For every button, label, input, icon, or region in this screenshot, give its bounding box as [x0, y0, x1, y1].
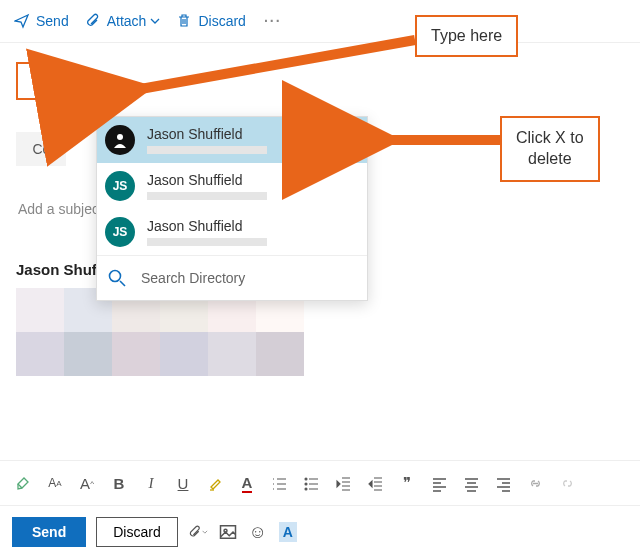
- align-center-button[interactable]: [456, 468, 486, 498]
- bullet-list-button[interactable]: [296, 468, 326, 498]
- annotation-type-here: Type here: [415, 15, 518, 57]
- chevron-down-icon: [150, 13, 160, 29]
- suggestion-sub: [147, 146, 267, 154]
- suggestion-item[interactable]: JS Jason Shuffield: [97, 163, 367, 209]
- font-size-small-button[interactable]: AA: [40, 468, 70, 498]
- discard-label: Discard: [198, 13, 245, 29]
- delete-suggestion-button[interactable]: [335, 128, 359, 152]
- avatar: JS: [105, 171, 135, 201]
- font-color-button[interactable]: A: [232, 468, 262, 498]
- discard-button[interactable]: Discard: [96, 517, 177, 547]
- avatar: [105, 125, 135, 155]
- svg-point-3: [305, 483, 307, 485]
- suggestion-sub: [147, 192, 267, 200]
- search-directory-label: Search Directory: [141, 270, 245, 286]
- suggestion-name: Jason Shuffield: [147, 126, 335, 142]
- avatar: JS: [105, 217, 135, 247]
- attach-icon-bottom[interactable]: [188, 522, 208, 542]
- svg-point-4: [305, 488, 307, 490]
- italic-button[interactable]: I: [136, 468, 166, 498]
- send-button[interactable]: Send: [12, 517, 86, 547]
- cc-button[interactable]: Cc: [16, 132, 66, 166]
- search-icon: [107, 268, 127, 288]
- suggestion-name: Jason Shuffield: [147, 172, 359, 188]
- send-label: Send: [36, 13, 69, 29]
- attach-label: Attach: [107, 13, 147, 29]
- suggestion-item[interactable]: Jason Shuffield: [97, 117, 367, 163]
- redacted-content: [16, 288, 306, 376]
- highlight-button[interactable]: [200, 468, 230, 498]
- svg-line-7: [135, 40, 415, 90]
- paint-format-button[interactable]: [8, 468, 38, 498]
- to-button[interactable]: To: [16, 62, 70, 100]
- more-button[interactable]: ···: [254, 13, 292, 29]
- svg-point-1: [110, 271, 121, 282]
- autocomplete-dropdown: Jason Shuffield JS Jason Shuffield JS Ja…: [96, 116, 368, 301]
- quote-button[interactable]: ❞: [392, 468, 422, 498]
- bottom-toolbar: Send Discard ☺ A: [0, 508, 640, 556]
- send-button-top[interactable]: Send: [6, 6, 77, 36]
- font-size-large-button[interactable]: A^: [72, 468, 102, 498]
- paperclip-icon: [85, 13, 101, 29]
- text-highlight-icon[interactable]: A: [278, 522, 298, 542]
- emoji-icon[interactable]: ☺: [248, 522, 268, 542]
- align-left-button[interactable]: [424, 468, 454, 498]
- search-directory-item[interactable]: Search Directory: [97, 255, 367, 300]
- link-button[interactable]: [520, 468, 550, 498]
- svg-point-2: [305, 478, 307, 480]
- align-right-button[interactable]: [488, 468, 518, 498]
- image-icon[interactable]: [218, 522, 238, 542]
- underline-button[interactable]: U: [168, 468, 198, 498]
- suggestion-sub: [147, 238, 267, 246]
- suggestion-name: Jason Shuffield: [147, 218, 359, 234]
- arrow-click-delete: [370, 128, 510, 161]
- bold-button[interactable]: B: [104, 468, 134, 498]
- annotation-click-delete: Click X to delete: [500, 116, 600, 182]
- unlink-button[interactable]: [552, 468, 582, 498]
- send-icon: [14, 13, 30, 29]
- suggestion-item[interactable]: JS Jason Shuffield: [97, 209, 367, 255]
- trash-icon: [176, 13, 192, 29]
- indent-button[interactable]: [360, 468, 390, 498]
- numbered-list-button[interactable]: [264, 468, 294, 498]
- format-toolbar: AA A^ B I U A ❞: [0, 460, 640, 506]
- outdent-button[interactable]: [328, 468, 358, 498]
- arrow-type-here: [120, 30, 420, 103]
- svg-point-0: [117, 134, 123, 140]
